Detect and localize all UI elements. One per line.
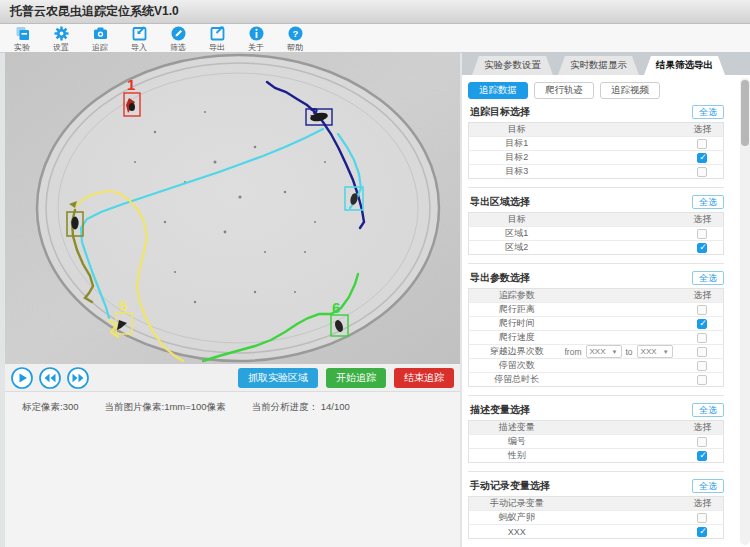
- scrollbar-thumb[interactable]: [741, 80, 749, 146]
- right-panel: 实验参数设置 实时数据显示 结果筛选导出 追踪数据 爬行轨迹 追踪视频 追踪目标…: [462, 52, 750, 547]
- marker-5-label: 5: [119, 297, 127, 314]
- toolbar-settings[interactable]: 设置: [45, 26, 77, 53]
- select-all-button[interactable]: 全选: [692, 403, 724, 417]
- checkbox[interactable]: [697, 375, 707, 385]
- checkbox[interactable]: [697, 305, 707, 315]
- capture-area-button[interactable]: 抓取实验区域: [238, 368, 318, 388]
- play-button[interactable]: [11, 367, 33, 389]
- section-divider: [468, 263, 724, 264]
- toolbar-help[interactable]: ? 帮助: [279, 26, 311, 53]
- mode-label: 追踪数据: [479, 84, 517, 97]
- section-title-desc-vars: 描述变量选择: [470, 403, 530, 417]
- forward-button[interactable]: [67, 367, 89, 389]
- checkbox[interactable]: [697, 319, 707, 329]
- checkbox[interactable]: [697, 527, 707, 537]
- track-target-table: 目标选择 目标1 目标2 目标3: [468, 122, 724, 179]
- table-row: 爬行距离: [469, 303, 724, 317]
- col-header: 选择: [682, 123, 724, 137]
- title-bar: 托普云农昆虫追踪定位系统V1.0: [0, 0, 750, 24]
- section-divider: [468, 187, 724, 188]
- select-all-button[interactable]: 全选: [692, 271, 724, 285]
- analysis-progress: 当前分析进度： 14/100: [252, 401, 350, 414]
- table-row: XXX: [469, 525, 724, 539]
- table-row: 性别: [469, 449, 724, 463]
- rewind-button[interactable]: [39, 367, 61, 389]
- toolbar-tracking[interactable]: 追踪: [84, 26, 116, 53]
- toolbar-export[interactable]: 导出: [201, 26, 233, 53]
- status-bar: 标定像素:300 当前图片像素:1mm=100像素 当前分析进度： 14/100: [5, 392, 460, 547]
- checkbox[interactable]: [697, 347, 707, 357]
- toolbar-filter[interactable]: 筛选: [162, 26, 194, 53]
- checkbox[interactable]: [697, 229, 707, 239]
- section-divider: [468, 471, 724, 472]
- table-row: 穿越边界次数 from XXX▼ to XXX▼: [469, 345, 724, 359]
- table-row: 区域2: [469, 241, 724, 255]
- col-header: 手动记录变量: [469, 497, 565, 511]
- select-all-button[interactable]: 全选: [692, 105, 724, 119]
- range-to-select[interactable]: XXX▼: [637, 345, 673, 358]
- select-all-button[interactable]: 全选: [692, 479, 724, 493]
- table-row: 停留总时长: [469, 373, 724, 387]
- marker-6-label: 6: [332, 299, 340, 316]
- left-column: 1 3 5 6: [5, 52, 460, 547]
- tab-result-export[interactable]: 结果筛选导出: [644, 56, 725, 75]
- checkbox[interactable]: [697, 451, 707, 461]
- tab-label: 实时数据显示: [570, 59, 627, 72]
- range-to-label: to: [626, 347, 633, 357]
- tab-realtime-data[interactable]: 实时数据显示: [558, 56, 639, 75]
- calibration-status: 标定像素:300: [22, 401, 79, 414]
- table-row: 停留次数: [469, 359, 724, 373]
- table-row: 目标3: [469, 165, 724, 179]
- table-row: 编号: [469, 435, 724, 449]
- mode-tracking-data[interactable]: 追踪数据: [468, 82, 528, 99]
- desc-var-table: 描述变量选择 编号 性别: [468, 420, 724, 463]
- tab-experiment-params[interactable]: 实验参数设置: [472, 56, 553, 75]
- checkbox[interactable]: [697, 333, 707, 343]
- range-from-label: from: [565, 347, 582, 357]
- image-scale-status: 当前图片像素:1mm=100像素: [105, 401, 226, 414]
- panel-content: 追踪数据 爬行轨迹 追踪视频 追踪目标选择 全选 目标选择 目标1 目标2 目标…: [462, 75, 750, 547]
- table-row: 爬行时间: [469, 317, 724, 331]
- start-tracking-button[interactable]: 开始追踪: [326, 368, 386, 388]
- about-icon: [249, 26, 264, 41]
- mode-label: 追踪视频: [611, 84, 649, 97]
- toolbar-import[interactable]: 导入: [123, 26, 155, 53]
- checkbox[interactable]: [697, 243, 707, 253]
- video-frame: 1 3 5 6: [5, 52, 460, 364]
- range-from-select[interactable]: XXX▼: [586, 345, 622, 358]
- export-param-table: 追踪参数选择 爬行距离 爬行时间 爬行速度 穿越边界次数 from XXX▼ t…: [468, 288, 724, 387]
- experiment-icon: [15, 26, 30, 41]
- checkbox[interactable]: [697, 513, 707, 523]
- checkbox[interactable]: [697, 167, 707, 177]
- section-title-manual-vars: 手动记录变量选择: [470, 479, 550, 493]
- col-header: 选择: [682, 213, 724, 227]
- checkbox[interactable]: [697, 139, 707, 149]
- checkbox[interactable]: [697, 437, 707, 447]
- video-controls: 抓取实验区域 开始追踪 结束追踪: [5, 364, 460, 392]
- marker-1-label: 1: [127, 76, 135, 93]
- help-icon: ?: [288, 26, 303, 41]
- panel-scrollbar[interactable]: [740, 78, 750, 545]
- select-all-button[interactable]: 全选: [692, 195, 724, 209]
- toolbar-about[interactable]: 关于: [240, 26, 272, 53]
- checkbox[interactable]: [697, 361, 707, 371]
- checkbox[interactable]: [697, 153, 707, 163]
- mode-crawl-track[interactable]: 爬行轨迹: [534, 82, 594, 99]
- toolbar-experiment[interactable]: 实验: [6, 26, 38, 53]
- section-divider: [468, 395, 724, 396]
- table-row: 目标1: [469, 137, 724, 151]
- col-header: 描述变量: [469, 421, 565, 435]
- chevron-down-icon: ▼: [612, 349, 618, 355]
- import-icon: [132, 26, 147, 41]
- stop-tracking-button[interactable]: 结束追踪: [394, 368, 454, 388]
- mode-tracking-video[interactable]: 追踪视频: [600, 82, 660, 99]
- table-row: 区域1: [469, 227, 724, 241]
- settings-icon: [54, 26, 69, 41]
- col-header: 选择: [682, 289, 724, 303]
- section-title-track-targets: 追踪目标选择: [470, 105, 530, 119]
- table-row: 爬行速度: [469, 331, 724, 345]
- boundary-range-controls: from XXX▼ to XXX▼: [565, 345, 682, 358]
- chevron-down-icon: ▼: [663, 349, 669, 355]
- camera-icon: [93, 26, 108, 41]
- col-header: 目标: [469, 123, 565, 137]
